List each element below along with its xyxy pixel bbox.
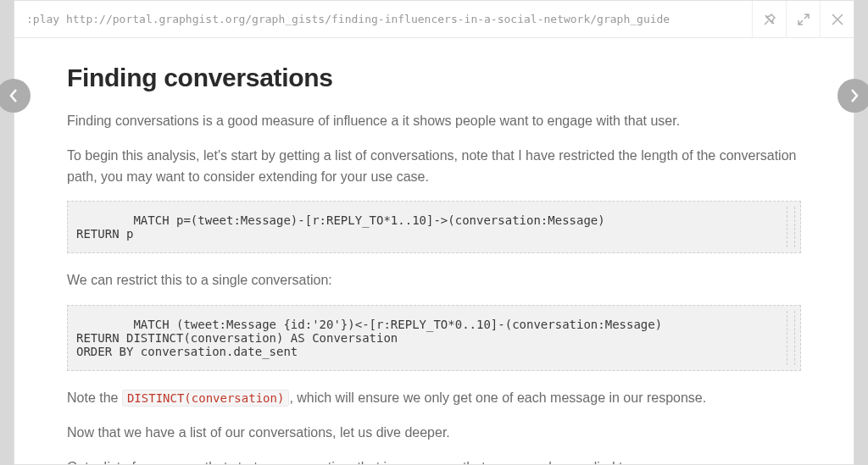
code-handle[interactable] <box>787 207 795 247</box>
paragraph: To begin this analysis, let's start by g… <box>67 146 801 188</box>
content-area: Finding conversations Finding conversati… <box>14 38 854 464</box>
code-handle[interactable] <box>787 311 795 365</box>
code-text: MATCH p=(tweet:Message)-[r:REPLY_TO*1..1… <box>76 213 605 241</box>
paragraph: Get a list of messages that start a conv… <box>67 457 801 464</box>
paragraph: We can restrict this to a single convers… <box>67 270 801 291</box>
expand-button[interactable] <box>786 1 820 37</box>
code-block[interactable]: MATCH (tweet:Message {id:'20'})<-[r:REPL… <box>67 305 801 371</box>
text-fragment: , which will ensure we only get one of e… <box>289 390 706 405</box>
paragraph: Now that we have a list of our conversat… <box>67 423 801 444</box>
expand-icon <box>798 14 810 25</box>
close-icon <box>832 14 843 25</box>
guide-panel: :play http://portal.graphgist.org/graph_… <box>14 0 854 465</box>
paragraph: Note the DISTINCT(conversation), which w… <box>67 388 801 409</box>
code-block[interactable]: MATCH p=(tweet:Message)-[r:REPLY_TO*1..1… <box>67 201 801 253</box>
chevron-right-icon <box>849 88 860 103</box>
code-text: MATCH (tweet:Message {id:'20'})<-[r:REPL… <box>76 318 662 358</box>
page-title: Finding conversations <box>67 64 801 92</box>
inline-code: DISTINCT(conversation) <box>122 390 289 407</box>
chevron-left-icon <box>8 88 19 103</box>
pin-icon <box>763 13 776 26</box>
close-button[interactable] <box>820 1 854 37</box>
paragraph: Finding conversations is a good measure … <box>67 111 801 132</box>
command-text: :play http://portal.graphgist.org/graph_… <box>14 13 752 25</box>
header-bar: :play http://portal.graphgist.org/graph_… <box>14 1 854 38</box>
pin-button[interactable] <box>752 1 786 37</box>
next-page-button[interactable] <box>837 79 868 113</box>
text-fragment: Note the <box>67 390 122 405</box>
header-actions <box>752 1 854 37</box>
